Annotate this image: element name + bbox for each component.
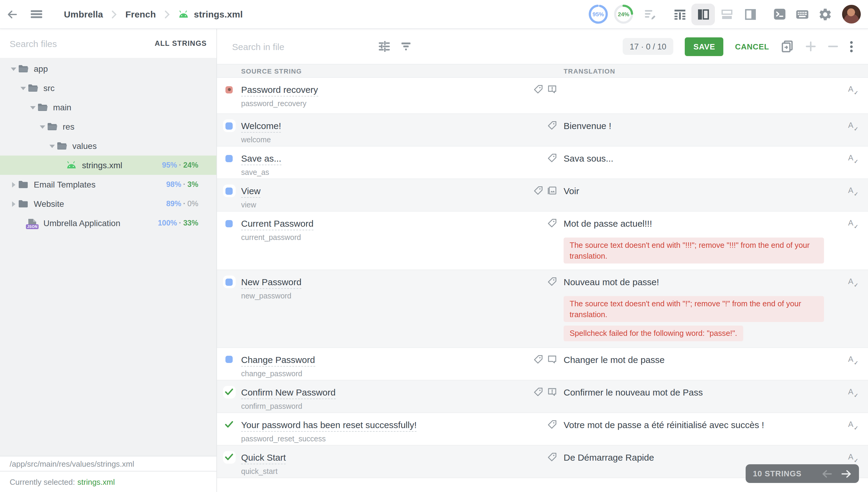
status-translated-icon xyxy=(225,187,233,194)
source-string-text[interactable]: New Password xyxy=(241,275,301,288)
translation-text[interactable]: Nouveau mot de passe! xyxy=(564,275,838,288)
view-mode-bottom-panel-icon[interactable] xyxy=(715,3,738,25)
tree-item-umbrella-application[interactable]: JSON Umbrella Application 100%·33% xyxy=(0,214,216,233)
approve-translation-icon[interactable] xyxy=(847,277,858,288)
translation-text[interactable]: Sava sous... xyxy=(564,152,838,165)
menu-hamburger-icon[interactable] xyxy=(24,0,48,29)
tree-item-website[interactable]: Website 89%·0% xyxy=(0,194,216,214)
status-approved-icon xyxy=(225,421,233,428)
folder-icon xyxy=(57,142,67,150)
user-avatar[interactable] xyxy=(842,5,861,24)
tree-item-email-templates[interactable]: Email Templates 98%·3% xyxy=(0,175,216,194)
caret-right-icon[interactable] xyxy=(8,201,18,206)
caret-down-icon[interactable] xyxy=(18,86,28,90)
source-string-text[interactable]: Your password has been reset successfull… xyxy=(241,418,417,431)
translation-text[interactable] xyxy=(564,83,838,96)
back-arrow-icon[interactable] xyxy=(0,0,24,29)
screenshot-image-icon[interactable] xyxy=(547,186,557,195)
source-string-text[interactable]: Quick Start xyxy=(241,451,286,463)
filter-settings-sliders-icon[interactable] xyxy=(379,41,390,52)
approve-translation-icon[interactable] xyxy=(847,387,858,398)
approve-translation-icon[interactable] xyxy=(847,419,858,430)
approve-translation-icon[interactable] xyxy=(847,186,858,197)
source-string-text[interactable]: Welcome! xyxy=(241,119,281,132)
tags-icon[interactable] xyxy=(533,186,543,195)
caret-down-icon[interactable] xyxy=(47,144,57,148)
zoom-out-minus-icon[interactable] xyxy=(827,41,839,52)
source-string-text[interactable]: Current Password xyxy=(241,217,313,230)
tree-item-folder[interactable]: values xyxy=(0,136,216,155)
tags-icon[interactable] xyxy=(547,218,557,228)
translation-text[interactable]: Changer le mot de passe xyxy=(564,353,838,366)
translation-text[interactable]: Votre mot de passe a été réinitialisé av… xyxy=(564,418,838,431)
source-string-text[interactable]: Change Password xyxy=(241,353,315,366)
table-row[interactable]: Password recovery password_recovery xyxy=(217,78,868,114)
currently-selected-file-link[interactable]: strings.xml xyxy=(77,477,115,486)
table-row[interactable]: Change Password change_password Changer … xyxy=(217,348,868,380)
caret-down-icon[interactable] xyxy=(8,67,18,71)
translation-text[interactable]: Mot de passe actuel!!! xyxy=(564,217,838,230)
breadcrumb-language[interactable]: French xyxy=(125,9,156,19)
pager-previous-icon[interactable] xyxy=(822,469,833,478)
issue-comment-icon[interactable] xyxy=(547,84,557,94)
copy-source-icon[interactable] xyxy=(781,40,794,53)
approve-translation-icon[interactable] xyxy=(847,121,858,131)
approve-translation-icon[interactable] xyxy=(847,218,858,229)
source-string-text[interactable]: Save as... xyxy=(241,152,281,165)
table-row[interactable]: Confirm New Password confirm_password Co… xyxy=(217,380,868,413)
zoom-in-plus-icon[interactable] xyxy=(805,41,816,52)
tags-icon[interactable] xyxy=(547,121,557,130)
search-in-file-input[interactable] xyxy=(232,41,368,52)
all-strings-button[interactable]: ALL STRINGS xyxy=(155,39,207,48)
caret-down-icon[interactable] xyxy=(37,124,47,129)
source-string-text[interactable]: Password recovery xyxy=(241,83,318,96)
breadcrumb-project[interactable]: Umbrella xyxy=(64,9,103,19)
tags-icon[interactable] xyxy=(547,452,557,462)
tree-item-strings-xml[interactable]: strings.xml 95%·24% xyxy=(0,155,216,175)
caret-right-icon[interactable] xyxy=(8,182,18,187)
approve-translation-icon[interactable] xyxy=(847,452,858,463)
tree-item-folder[interactable]: app xyxy=(0,59,216,78)
keyboard-icon[interactable] xyxy=(791,2,814,26)
translation-text[interactable]: Bienvenue ! xyxy=(564,119,838,132)
settings-gear-icon[interactable] xyxy=(814,2,837,26)
tags-icon[interactable] xyxy=(533,354,543,364)
tags-icon[interactable] xyxy=(547,153,557,163)
terminal-console-icon[interactable] xyxy=(768,2,791,26)
table-row[interactable]: View view Voir xyxy=(217,179,868,212)
comment-icon[interactable] xyxy=(547,354,557,364)
source-string-text[interactable]: View xyxy=(241,184,261,197)
tree-item-folder[interactable]: res xyxy=(0,117,216,136)
pager-next-icon[interactable] xyxy=(841,469,852,478)
source-string-text[interactable]: Confirm New Password xyxy=(241,386,335,398)
issue-comment-icon[interactable] xyxy=(547,387,557,396)
tags-icon[interactable] xyxy=(547,277,557,287)
approve-translation-icon[interactable] xyxy=(847,153,858,164)
search-files-input[interactable] xyxy=(10,38,155,49)
more-options-kebab-icon[interactable] xyxy=(850,41,853,52)
save-button[interactable]: SAVE xyxy=(685,37,724,56)
filter-funnel-icon[interactable] xyxy=(401,41,411,52)
edit-notes-icon[interactable] xyxy=(639,2,662,26)
table-row[interactable]: New Password new_password Nouveau mot de… xyxy=(217,270,868,348)
approve-translation-icon[interactable] xyxy=(847,354,858,365)
view-mode-side-by-side-icon[interactable] xyxy=(691,3,715,25)
translation-text[interactable]: De Démarrage Rapide xyxy=(564,451,838,463)
table-row[interactable]: Current Password current_password Mot de… xyxy=(217,212,868,270)
translation-text[interactable]: Confirmer le nouveau mot de Pass xyxy=(564,386,838,398)
tags-icon[interactable] xyxy=(533,84,543,94)
table-row[interactable]: Your password has been reset successfull… xyxy=(217,413,868,445)
translation-text[interactable]: Voir xyxy=(564,184,838,197)
tags-icon[interactable] xyxy=(533,387,543,396)
table-row[interactable]: Welcome! welcome Bienvenue ! xyxy=(217,114,868,147)
view-mode-right-panel-icon[interactable] xyxy=(738,3,762,25)
table-row[interactable]: Save as... save_as Sava sous... xyxy=(217,147,868,179)
caret-down-icon[interactable] xyxy=(28,105,37,109)
tree-item-folder[interactable]: main xyxy=(0,98,216,117)
tree-item-folder[interactable]: src xyxy=(0,78,216,98)
approve-translation-icon[interactable] xyxy=(847,84,858,95)
view-mode-table-icon[interactable] xyxy=(668,3,691,25)
tags-icon[interactable] xyxy=(547,419,557,429)
cancel-button[interactable]: CANCEL xyxy=(735,42,769,51)
breadcrumb-file[interactable]: strings.xml xyxy=(194,9,242,19)
